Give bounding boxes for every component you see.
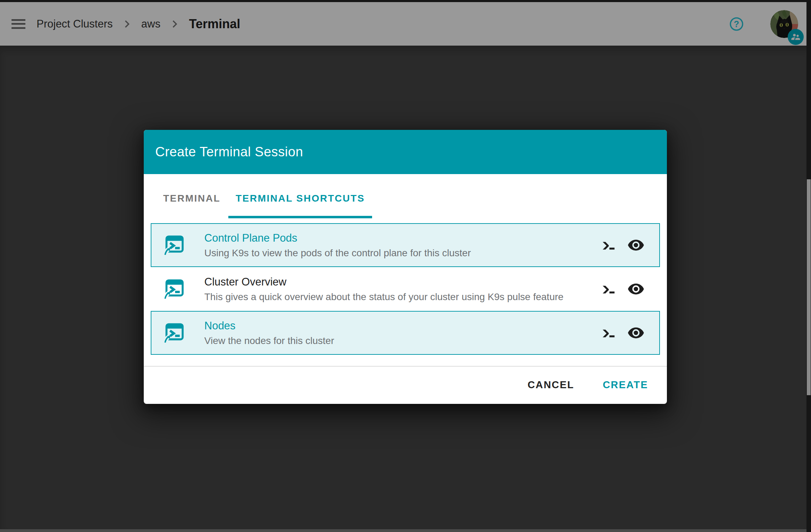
- shortcut-description: Using K9s to view the pods of the contro…: [204, 248, 600, 259]
- run-terminal-icon[interactable]: [600, 324, 617, 342]
- shortcut-row-cluster-overview[interactable]: Cluster Overview This gives a quick over…: [151, 267, 660, 311]
- create-button[interactable]: CREATE: [598, 376, 653, 394]
- terminal-shortcut-list: Control Plane Pods Using K9s to view the…: [151, 223, 660, 355]
- terminal-shortcut-icon: [163, 234, 186, 257]
- create-terminal-session-dialog: Create Terminal Session TERMINAL TERMINA…: [144, 130, 667, 404]
- shortcut-row-nodes[interactable]: Nodes View the nodes for this cluster: [151, 311, 660, 355]
- shortcut-actions: [600, 236, 659, 254]
- shortcut-text: Control Plane Pods Using K9s to view the…: [204, 232, 600, 259]
- preview-eye-icon[interactable]: [627, 236, 645, 254]
- shortcut-description: View the nodes for this cluster: [204, 335, 600, 346]
- tab-terminal-shortcuts[interactable]: TERMINAL SHORTCUTS: [228, 179, 372, 218]
- shortcut-actions: [600, 280, 659, 298]
- shortcut-actions: [600, 324, 659, 342]
- shortcut-title: Control Plane Pods: [204, 232, 600, 244]
- dialog-actions: CANCEL CREATE: [144, 367, 667, 403]
- scrollbar-thumb[interactable]: [807, 179, 811, 395]
- tab-terminal[interactable]: TERMINAL: [155, 179, 228, 218]
- shortcut-row-control-plane-pods[interactable]: Control Plane Pods Using K9s to view the…: [151, 223, 660, 267]
- screen: Project Clusters aws Terminal ?: [0, 0, 811, 532]
- shortcut-title: Cluster Overview: [204, 276, 600, 288]
- run-terminal-icon[interactable]: [600, 236, 617, 254]
- cancel-button[interactable]: CANCEL: [523, 376, 579, 394]
- dialog-header: Create Terminal Session: [144, 130, 667, 174]
- terminal-shortcut-icon: [163, 277, 186, 300]
- dialog-title: Create Terminal Session: [155, 144, 303, 159]
- shortcut-text: Cluster Overview This gives a quick over…: [204, 276, 600, 303]
- shortcut-title: Nodes: [204, 320, 600, 332]
- dialog-tabs: TERMINAL TERMINAL SHORTCUTS: [144, 179, 667, 218]
- terminal-shortcut-icon: [163, 321, 186, 344]
- run-terminal-icon[interactable]: [600, 280, 617, 298]
- shortcut-description: This gives a quick overview about the st…: [204, 291, 600, 303]
- shortcut-text: Nodes View the nodes for this cluster: [204, 320, 600, 346]
- preview-eye-icon[interactable]: [627, 280, 645, 298]
- vertical-scrollbar: [806, 2, 811, 532]
- preview-eye-icon[interactable]: [627, 324, 645, 342]
